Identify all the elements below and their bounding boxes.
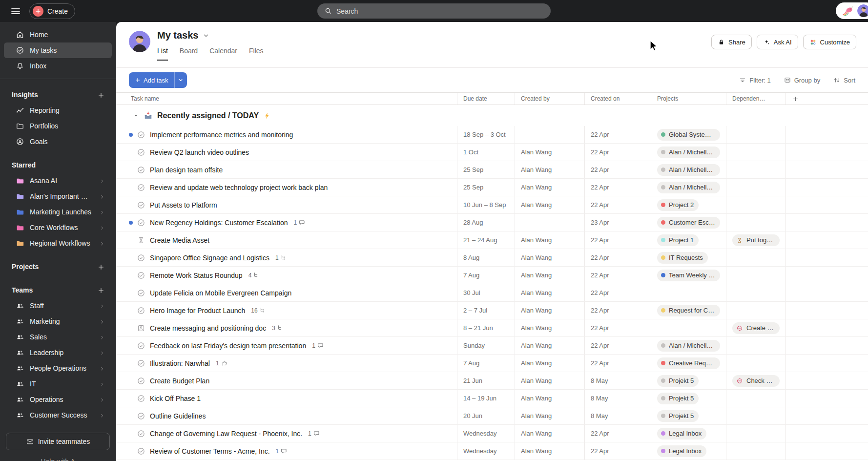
chevron-right-icon[interactable] <box>99 224 105 231</box>
task-name-cell[interactable]: Change of Governing Law Request - Phoeni… <box>116 425 457 442</box>
project-pill[interactable]: Customer Escala… <box>657 217 720 229</box>
projects-cell[interactable]: Global System O… <box>651 126 726 143</box>
projects-cell[interactable]: Alan / Michelle 1:1 <box>651 179 726 196</box>
task-name-cell[interactable]: Review Q2 launch video outlines <box>116 144 457 161</box>
chevron-right-icon[interactable] <box>99 333 105 341</box>
column-header-created-on[interactable]: Created on <box>585 93 651 105</box>
dependencies-cell[interactable] <box>726 425 786 442</box>
sidebar-item-core-workflows[interactable]: Core Workflows <box>4 220 112 235</box>
sidebar-item-sales[interactable]: Sales <box>4 329 112 345</box>
projects-cell[interactable]: Alan / Michelle 1:1 <box>651 337 726 354</box>
task-complete-toggle-icon[interactable] <box>137 377 145 385</box>
dependencies-cell[interactable] <box>726 267 786 284</box>
section-title[interactable]: Recently assigned / TODAY <box>157 111 259 120</box>
sidebar-item-asana-ai[interactable]: Asana AI <box>4 173 112 189</box>
section-title[interactable]: Starred <box>12 161 36 169</box>
dependencies-cell[interactable] <box>726 144 786 161</box>
sidebar-item-operations[interactable]: Operations <box>4 392 112 407</box>
task-name[interactable]: Update Felicia on Mobile Evergreen Campa… <box>150 289 291 297</box>
due-date-cell[interactable]: 10 Jun – 8 Sep <box>457 196 515 213</box>
task-name-cell[interactable]: Implement performance metrics and monito… <box>116 126 457 143</box>
task-name-cell[interactable]: Put Assets to Platform <box>116 196 457 213</box>
project-pill[interactable]: Legal Inbox <box>657 445 706 457</box>
project-pill[interactable]: Team Weekly Me… <box>657 270 720 281</box>
dependencies-cell[interactable] <box>726 196 786 213</box>
user-avatar[interactable] <box>857 4 868 17</box>
task-name-cell[interactable]: Create messaging and positioning doc3 <box>116 319 457 336</box>
dependencies-cell[interactable] <box>726 355 786 372</box>
project-pill[interactable]: Projekt 5 <box>657 393 699 404</box>
section-title[interactable]: Teams <box>12 286 33 294</box>
task-complete-toggle-icon[interactable] <box>137 289 145 297</box>
trial-status-pill[interactable] <box>836 2 868 19</box>
task-name[interactable]: Hero Image for Product Launch <box>150 307 245 314</box>
dependencies-cell[interactable]: Check Bu… <box>726 372 786 389</box>
tab-board[interactable]: Board <box>180 47 198 61</box>
projects-cell[interactable]: Project 1 <box>651 231 726 249</box>
sidebar-item-people-operations[interactable]: People Operations <box>4 360 112 376</box>
task-complete-toggle-icon[interactable] <box>137 148 145 157</box>
add-task-dropdown[interactable] <box>174 72 187 88</box>
dependency-pill[interactable]: Put toget… <box>732 234 780 246</box>
task-name-cell[interactable]: Review and update web technology project… <box>116 179 457 196</box>
dependencies-cell[interactable]: Put toget… <box>726 231 786 249</box>
task-name[interactable]: New Regency Holdings: Customer Escalatio… <box>150 219 288 227</box>
task-name[interactable]: Create messaging and positioning doc <box>150 324 266 332</box>
sidebar-item-home[interactable]: Home <box>4 27 112 42</box>
section-title[interactable]: Insights <box>12 91 38 99</box>
due-date-cell[interactable]: Sunday <box>457 337 515 354</box>
project-pill[interactable]: Projekt 5 <box>657 375 699 387</box>
collapse-section-icon[interactable] <box>133 112 139 119</box>
due-date-cell[interactable]: 20 Jun <box>457 407 515 424</box>
task-complete-toggle-icon[interactable] <box>137 271 145 280</box>
projects-cell[interactable]: Alan / Michelle 1:1 <box>651 144 726 161</box>
task-name-cell[interactable]: Update Felicia on Mobile Evergreen Campa… <box>116 284 457 301</box>
due-date-cell[interactable]: 7 Aug <box>457 355 515 372</box>
dependencies-cell[interactable] <box>726 337 786 354</box>
due-date-cell[interactable]: 1 Oct <box>457 144 515 161</box>
column-header-created-by[interactable]: Created by <box>515 93 585 105</box>
section-title[interactable]: Projects <box>12 263 39 271</box>
project-pill[interactable]: Legal Inbox <box>657 428 706 440</box>
dependencies-cell[interactable] <box>726 407 786 424</box>
due-date-cell[interactable]: Wednesday <box>457 425 515 442</box>
task-complete-toggle-icon[interactable] <box>137 447 145 456</box>
task-name-cell[interactable]: Kick Off Phase 1 <box>116 390 457 407</box>
projects-cell[interactable]: Projekt 5 <box>651 407 726 424</box>
sidebar-item-alan-s-important-work[interactable]: Alan's Important Work <box>4 189 112 204</box>
sidebar-item-regional-workflows[interactable]: Regional Workflows <box>4 235 112 251</box>
due-date-cell[interactable]: 21 – 24 Aug <box>457 231 515 249</box>
chevron-right-icon[interactable] <box>99 239 105 247</box>
my-tasks-avatar[interactable] <box>129 31 150 52</box>
chevron-right-icon[interactable] <box>99 192 105 200</box>
dependency-pill[interactable]: Create th… <box>732 322 780 334</box>
project-pill[interactable]: Alan / Michelle 1:1 <box>657 182 720 193</box>
dependencies-cell[interactable] <box>726 442 786 460</box>
create-button[interactable]: Create <box>29 3 75 19</box>
sidebar-item-reporting[interactable]: Reporting <box>4 103 112 118</box>
task-name-cell[interactable]: Singapore Office Signage and Logistics1 <box>116 249 457 266</box>
sidebar-toggle-icon[interactable] <box>10 5 21 17</box>
project-pill[interactable]: Global System O… <box>657 129 720 141</box>
share-button[interactable]: Share <box>711 35 752 49</box>
projects-cell[interactable]: Project 2 <box>651 196 726 213</box>
projects-cell[interactable]: Alan / Michelle 1:1 <box>651 161 726 178</box>
projects-cell[interactable]: Legal Inbox <box>651 425 726 442</box>
task-name[interactable]: Put Assets to Platform <box>150 201 217 209</box>
sidebar-item-customer-success[interactable]: Customer Success <box>4 407 112 423</box>
task-name[interactable]: Remote Work Status Roundup <box>150 272 243 279</box>
project-pill[interactable]: Alan / Michelle 1:1 <box>657 164 720 176</box>
task-name[interactable]: Review and update web technology project… <box>150 184 328 191</box>
due-date-cell[interactable]: Wednesday <box>457 442 515 460</box>
due-date-cell[interactable]: 2 – 7 Jul <box>457 302 515 319</box>
tab-calendar[interactable]: Calendar <box>209 47 237 61</box>
task-complete-toggle-icon[interactable] <box>137 166 145 174</box>
project-pill[interactable]: Projekt 5 <box>657 410 699 422</box>
dependencies-cell[interactable] <box>726 390 786 407</box>
task-name-cell[interactable]: Illustration: Narwhal1 <box>116 355 457 372</box>
projects-cell[interactable]: Creative Reques… <box>651 355 726 372</box>
task-name-cell[interactable]: Create Media Asset <box>116 231 457 249</box>
projects-cell[interactable]: Team Weekly Me… <box>651 267 726 284</box>
projects-cell[interactable]: Request for Crea… <box>651 302 726 319</box>
column-header-projects[interactable]: Projects <box>651 93 726 105</box>
